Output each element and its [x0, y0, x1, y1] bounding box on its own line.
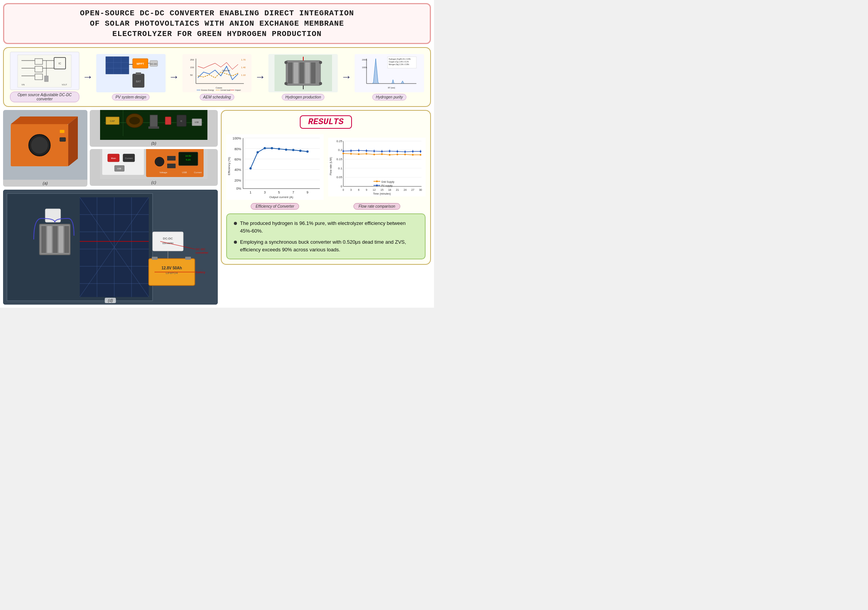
svg-text:0.15: 0.15: [336, 157, 342, 161]
svg-text:CAP: CAP: [110, 120, 115, 122]
svg-text:100%: 100%: [233, 136, 242, 140]
results-heading: RESULTS: [300, 115, 352, 129]
svg-point-229: [381, 153, 383, 155]
svg-point-56: [284, 82, 288, 85]
svg-text:0.05: 0.05: [336, 175, 342, 179]
svg-text:USB: USB: [195, 121, 199, 123]
svg-text:Nitrogen (N₂) 2.3% ± 0.8%: Nitrogen (N₂) 2.3% ± 0.8%: [389, 64, 409, 66]
svg-rect-85: [150, 115, 158, 128]
svg-text:MPPT: MPPT: [136, 62, 144, 65]
svg-point-54: [284, 61, 288, 64]
pipeline-img-4: [268, 54, 338, 92]
svg-rect-50: [294, 62, 298, 84]
pipeline-img-1: IC VIN VOUT: [10, 52, 79, 90]
svg-point-213: [342, 150, 344, 152]
svg-point-55: [319, 61, 322, 64]
svg-text:DC-DC: DC-DC: [196, 248, 205, 251]
photos-top-row: (a): [3, 110, 218, 187]
efficiency-chart-container: 100% 80% 60% 40% 20% 0%: [226, 133, 324, 210]
svg-text:Main: Main: [111, 157, 116, 159]
svg-point-84: [129, 117, 140, 125]
svg-rect-135: [153, 232, 183, 251]
svg-rect-125: [47, 226, 52, 253]
svg-point-173: [299, 150, 302, 152]
svg-point-223: [420, 151, 421, 152]
svg-text:1000k: 1000k: [362, 66, 367, 69]
svg-text:12.8V 50Ah: 12.8V 50Ah: [161, 266, 182, 270]
arrow-1: →: [81, 71, 95, 83]
svg-rect-30: [188, 55, 246, 91]
bullet-text-1: The produced hydrogen is 96.1% pure, wit…: [240, 220, 418, 234]
svg-marker-73: [68, 116, 78, 166]
svg-text:9: 9: [366, 189, 367, 191]
svg-text:USB: USB: [182, 171, 187, 174]
svg-text:Hydrogen (H₂)96.1% ± 0.8%: Hydrogen (H₂)96.1% ± 0.8%: [389, 58, 411, 60]
svg-text:15: 15: [380, 189, 383, 191]
svg-text:150: 150: [190, 66, 194, 69]
svg-rect-52: [305, 62, 310, 84]
pipeline-label-5: Hydrogen purity: [372, 94, 406, 100]
svg-point-233: [412, 154, 414, 156]
svg-text:0.2: 0.2: [338, 148, 342, 152]
svg-text:3: 3: [264, 190, 266, 194]
svg-text:Current: Current: [194, 171, 202, 174]
bullet-dot-2: [234, 241, 237, 244]
svg-text:Oxygen (O₂)   1.6% ± 0.1%: Oxygen (O₂) 1.6% ± 0.1%: [389, 61, 409, 63]
svg-text:3: 3: [350, 189, 352, 191]
svg-text:1.70: 1.70: [241, 59, 246, 61]
svg-point-219: [389, 150, 390, 152]
pipeline-label-3: AEM scheduling: [200, 94, 234, 100]
svg-point-172: [292, 149, 294, 151]
svg-text:5.2A: 5.2A: [186, 159, 191, 161]
svg-point-230: [389, 154, 390, 156]
svg-text:Voltage: Voltage: [159, 171, 168, 174]
svg-text:0.1: 0.1: [338, 167, 342, 170]
svg-text:DC-DC: DC-DC: [163, 237, 173, 240]
svg-point-216: [366, 150, 367, 151]
svg-rect-77: [60, 138, 66, 141]
left-column: (a): [3, 110, 218, 305]
svg-rect-127: [59, 226, 63, 253]
svg-text:250: 250: [190, 59, 194, 61]
svg-point-57: [319, 82, 322, 85]
svg-point-171: [285, 149, 287, 151]
svg-point-218: [381, 151, 383, 152]
svg-text:Grid Supply: Grid Supply: [381, 180, 395, 184]
svg-text:Flow rate (L/M): Flow rate (L/M): [329, 157, 332, 175]
svg-rect-175: [328, 138, 426, 196]
photo-a-inner: [3, 110, 87, 180]
svg-point-236: [376, 180, 378, 182]
svg-text:40%: 40%: [234, 168, 241, 172]
pipeline-row: IC VIN VOUT Open source Adjustable DC-DC…: [3, 47, 431, 107]
pipeline-label-1: Open source Adjustable DC-DC converter: [10, 92, 79, 102]
svg-point-215: [358, 149, 360, 151]
efficiency-chart: 100% 80% 60% 40% 20% 0%: [226, 133, 324, 202]
svg-text:0: 0: [340, 185, 342, 188]
svg-text:1.40: 1.40: [241, 66, 246, 69]
svg-point-214: [350, 150, 352, 151]
svg-point-170: [278, 148, 280, 150]
title-box: OPEN-SOURCE DC-DC CONVERTER ENABLING DIR…: [3, 3, 431, 44]
svg-text:21: 21: [396, 189, 399, 191]
svg-rect-0: [18, 55, 71, 87]
svg-text:30: 30: [419, 189, 422, 191]
svg-rect-124: [41, 226, 46, 253]
svg-text:VIN: VIN: [21, 84, 25, 86]
arrow-4: →: [339, 71, 353, 83]
bullet-1: The produced hydrogen is 96.1% pure, wit…: [234, 220, 418, 234]
svg-text:0%: 0%: [236, 187, 241, 190]
right-column: RESULTS: [221, 110, 431, 305]
pipeline-item-3: 250 150 50 1.70 1.40 1.10 Optimal: [182, 54, 252, 100]
flowrate-chart-label: Flow rate comparison: [353, 203, 400, 210]
svg-rect-103: [167, 164, 176, 168]
svg-point-225: [350, 153, 352, 154]
svg-point-167: [256, 151, 259, 153]
svg-text:1: 1: [250, 190, 252, 194]
svg-point-174: [306, 151, 309, 153]
svg-text:14.5V: 14.5V: [185, 155, 191, 157]
svg-text:Efficiency (%): Efficiency (%): [227, 157, 231, 175]
svg-point-224: [342, 152, 344, 154]
svg-text:converter: converter: [196, 251, 209, 254]
photo-label-c: (c): [151, 179, 156, 186]
svg-text:0.25: 0.25: [336, 139, 342, 143]
